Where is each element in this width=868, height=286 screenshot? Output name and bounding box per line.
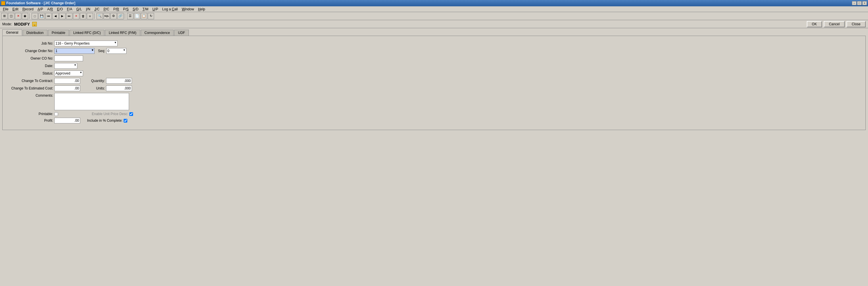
toolbar-location-btn[interactable]: ◉ [22, 13, 28, 19]
enable-unit-price-desc-label: Enable Unit Price Desc: [76, 112, 128, 116]
enable-unit-price-desc-checkbox[interactable] [129, 112, 133, 116]
toolbar: ⊞ ◫ ✕ ◉ □ 💾 ⏮ ◀ ▶ ⏭ ✕ 🗑 ≡ 🔍 SQL ⚙ 🔗 ☰ 📄 … [0, 12, 868, 20]
comments-label: Comments: [7, 93, 53, 97]
toolbar-prev-btn[interactable]: ◀ [52, 13, 59, 19]
tab-general[interactable]: General [2, 29, 22, 36]
window-controls: − □ × [852, 1, 867, 5]
comments-row: Comments: [7, 93, 861, 110]
profit-input[interactable] [54, 118, 80, 123]
ok-button[interactable]: OK [807, 21, 822, 27]
status-select[interactable]: Approved Pending Rejected [54, 70, 83, 76]
menu-record[interactable]: Record [21, 7, 35, 12]
toolbar-form-btn[interactable]: ◫ [8, 13, 14, 19]
date-wrapper [54, 63, 77, 69]
menu-file[interactable]: File [1, 7, 10, 12]
seq-select[interactable]: 0 [106, 48, 126, 54]
minimize-button[interactable]: − [852, 1, 857, 5]
menu-fa[interactable]: F/A [65, 7, 74, 12]
menu-up[interactable]: U/P [151, 7, 160, 12]
tab-distribution[interactable]: Distribution [23, 30, 48, 36]
toolbar-closex-btn[interactable]: ✕ [15, 13, 21, 19]
app-icon [1, 1, 5, 5]
menu-ar[interactable]: A/R [45, 7, 55, 12]
status-wrapper: Approved Pending Rejected [54, 70, 83, 76]
toolbar-last-btn[interactable]: ⏭ [66, 13, 72, 19]
menu-log-call[interactable]: Log a Call [160, 7, 179, 12]
menu-window[interactable]: Window [180, 7, 196, 12]
toolbar-new-btn[interactable]: □ [32, 13, 38, 19]
menu-sd[interactable]: S/D [131, 7, 140, 12]
toolbar-first-btn[interactable]: ⏮ [45, 13, 52, 19]
units-input[interactable] [106, 85, 132, 91]
toolbar-sep1 [29, 13, 30, 19]
change-order-row: Change Order No: ▼ Seq: 0 [7, 48, 861, 54]
toolbar-save-btn[interactable]: 💾 [38, 13, 45, 19]
cancel-button[interactable]: Cancel [824, 21, 845, 27]
toolbar-sql-btn[interactable]: SQL [103, 13, 110, 19]
toolbar-delete-btn[interactable]: ✕ [73, 13, 79, 19]
menu-help[interactable]: Help [196, 7, 207, 12]
close-button[interactable]: Close [846, 21, 866, 27]
change-order-no-input[interactable] [54, 48, 95, 54]
seq-label: Seq: [98, 49, 105, 53]
tab-correspondence[interactable]: Correspondence [141, 30, 174, 36]
toolbar-next-btn[interactable]: ▶ [59, 13, 65, 19]
change-to-contract-input[interactable] [54, 78, 80, 84]
include-in-pct-complete-checkbox[interactable] [124, 119, 127, 122]
date-select[interactable] [54, 63, 77, 69]
toolbar-url-btn[interactable]: 🔗 [117, 13, 124, 19]
profit-row: Profit: Include in % Complete: [7, 118, 861, 123]
toolbar-doc-btn[interactable]: 📄 [134, 13, 140, 19]
toolbar-search-btn[interactable]: 🔍 [97, 13, 103, 19]
units-label: Units: [85, 86, 105, 90]
mode-buttons: OK Cancel Close [807, 21, 866, 27]
change-order-no-label: Change Order No: [7, 49, 53, 53]
menu-edit[interactable]: Edit [11, 7, 20, 12]
change-to-estimated-cost-row: Change To Estimated Cost: Units: [7, 85, 861, 91]
toolbar-notes-btn[interactable]: 📋 [141, 13, 147, 19]
menu-ps[interactable]: P/S [121, 7, 130, 12]
menu-ap[interactable]: A/P [36, 7, 45, 12]
menu-pr[interactable]: P/R [112, 7, 121, 12]
content-area: Job No: 116 - Gerry Properties Change Or… [2, 36, 866, 130]
date-label: Date: [7, 64, 53, 68]
include-in-pct-complete-label: Include in % Complete: [87, 118, 122, 122]
menu-tm[interactable]: T/M [141, 7, 150, 12]
menu-pc[interactable]: P/C [102, 7, 111, 12]
toolbar-link-btn[interactable]: ⚙ [111, 13, 117, 19]
comments-textarea[interactable] [54, 93, 129, 110]
toolbar-menu-btn[interactable]: ☰ [127, 13, 133, 19]
quantity-input[interactable] [106, 78, 132, 84]
printable-checkbox[interactable] [54, 112, 58, 116]
change-to-contract-label: Change To Contract: [7, 79, 53, 83]
owner-co-no-input[interactable] [54, 56, 83, 61]
close-window-button[interactable]: × [862, 1, 867, 5]
menu-eo[interactable]: E/O [55, 7, 65, 12]
change-to-contract-row: Change To Contract: Quantity: [7, 78, 861, 84]
quantity-label: Quantity: [85, 79, 105, 83]
tab-udf[interactable]: UDF [174, 30, 189, 36]
printable-label: Printable: [7, 112, 53, 116]
lock-icon: 🔒 [32, 22, 37, 26]
mode-bar: Mode: MODIFY 🔒 OK Cancel Close [0, 20, 868, 28]
toolbar-list-btn[interactable]: ≡ [87, 13, 93, 19]
toolbar-grid-btn[interactable]: ⊞ [1, 13, 7, 19]
toolbar-refresh-btn[interactable]: ↻ [148, 13, 154, 19]
change-to-estimated-cost-input[interactable] [54, 85, 80, 91]
menu-in[interactable]: I/N [84, 7, 92, 12]
status-label: Status: [7, 72, 53, 76]
toolbar-sep3 [125, 13, 126, 19]
job-no-select[interactable]: 116 - Gerry Properties [54, 40, 118, 46]
printable-row: Printable: Enable Unit Price Desc: [7, 112, 861, 116]
menu-jc[interactable]: J/C [93, 7, 101, 12]
job-no-select-wrapper: 116 - Gerry Properties [54, 40, 118, 46]
owner-co-no-row: Owner CO No: [7, 56, 861, 61]
tab-linked-rfc-pm[interactable]: Linked RFC (P/M) [105, 30, 140, 36]
menu-gl[interactable]: G/L [75, 7, 84, 12]
job-no-label: Job No: [7, 41, 53, 46]
date-row: Date: [7, 63, 861, 69]
tab-printable[interactable]: Printable [48, 30, 69, 36]
restore-button[interactable]: □ [857, 1, 862, 5]
tab-linked-rfc-dc[interactable]: Linked RFC (D/C) [69, 30, 104, 36]
toolbar-clear-btn[interactable]: 🗑 [80, 13, 86, 19]
